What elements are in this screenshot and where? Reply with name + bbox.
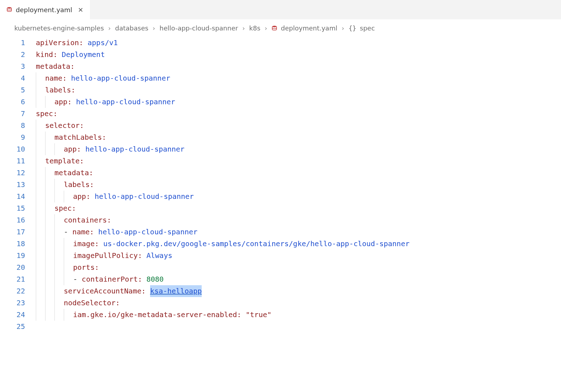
line-number: 16 [11, 214, 25, 226]
code-line: spec: [36, 108, 561, 120]
svg-point-1 [272, 25, 277, 27]
breadcrumb-item[interactable]: spec [360, 24, 375, 32]
chevron-right-icon: › [262, 24, 270, 32]
code-content[interactable]: apiVersion: apps/v1 kind: Deployment met… [36, 37, 561, 333]
breadcrumb-item[interactable]: k8s [249, 24, 260, 32]
code-line: matchLabels: [36, 132, 561, 143]
code-line: image: us-docker.pkg.dev/google-samples/… [36, 238, 561, 250]
tab-bar: deployment.yaml ✕ [0, 0, 561, 19]
close-icon[interactable]: ✕ [76, 6, 83, 14]
yaml-file-icon [6, 7, 12, 13]
svg-point-0 [7, 7, 11, 9]
code-line: nodeSelector: [36, 297, 561, 309]
code-line: app: hello-app-cloud-spanner [36, 96, 561, 108]
line-number: 4 [11, 72, 25, 84]
chevron-right-icon: › [339, 24, 347, 32]
yaml-file-icon [272, 25, 277, 31]
line-number: 8 [11, 120, 25, 132]
line-number: 13 [11, 179, 25, 191]
line-number: 18 [11, 238, 25, 250]
highlighted-value: ksa-helloapp [150, 285, 202, 297]
line-number: 23 [11, 297, 25, 309]
chevron-right-icon: › [150, 24, 158, 32]
chevron-right-icon: › [105, 24, 114, 32]
code-line: labels: [36, 84, 561, 96]
chevron-right-icon: › [239, 24, 248, 32]
line-number: 11 [11, 155, 25, 167]
line-number: 3 [11, 61, 25, 72]
code-line: containers: [36, 214, 561, 226]
code-line [36, 321, 561, 333]
line-number-gutter: 1 2 3 4 5 6 7 8 9 10 11 12 13 14 15 16 1… [0, 37, 36, 333]
code-line: - name: hello-app-cloud-spanner [36, 226, 561, 238]
line-number: 25 [11, 321, 25, 333]
brackets-icon: {} [349, 24, 356, 32]
breadcrumb-item[interactable]: databases [115, 24, 148, 32]
line-number: 1 [11, 37, 25, 49]
code-line: app: hello-app-cloud-spanner [36, 143, 561, 155]
breadcrumb-item[interactable]: hello-app-cloud-spanner [159, 24, 238, 32]
code-line: apiVersion: apps/v1 [36, 37, 561, 49]
code-line: iam.gke.io/gke-metadata-server-enabled: … [36, 309, 561, 321]
line-number: 7 [11, 108, 25, 120]
line-number: 2 [11, 49, 25, 61]
line-number: 10 [11, 143, 25, 155]
line-number: 21 [11, 273, 25, 285]
line-number: 19 [11, 250, 25, 262]
code-line: name: hello-app-cloud-spanner [36, 72, 561, 84]
line-number: 5 [11, 84, 25, 96]
breadcrumb: kubernetes-engine-samples › databases › … [0, 19, 561, 37]
code-line: metadata: [36, 61, 561, 72]
line-number: 15 [11, 202, 25, 214]
line-number: 24 [11, 309, 25, 321]
line-number: 17 [11, 226, 25, 238]
line-number: 9 [11, 132, 25, 143]
code-editor[interactable]: 1 2 3 4 5 6 7 8 9 10 11 12 13 14 15 16 1… [0, 37, 561, 333]
code-line: metadata: [36, 167, 561, 179]
breadcrumb-item[interactable]: kubernetes-engine-samples [14, 24, 104, 32]
line-number: 20 [11, 262, 25, 273]
code-line: spec: [36, 202, 561, 214]
code-line: kind: Deployment [36, 49, 561, 61]
code-line: selector: [36, 120, 561, 132]
line-number: 12 [11, 167, 25, 179]
line-number: 22 [11, 285, 25, 297]
tab-title: deployment.yaml [16, 6, 72, 14]
breadcrumb-item[interactable]: deployment.yaml [281, 24, 337, 32]
line-number: 14 [11, 191, 25, 202]
code-line: - containerPort: 8080 [36, 273, 561, 285]
code-line: serviceAccountName: ksa-helloapp [36, 285, 561, 297]
code-line: labels: [36, 179, 561, 191]
code-line: ports: [36, 262, 561, 273]
tab-deployment-yaml[interactable]: deployment.yaml ✕ [0, 0, 90, 19]
code-line: template: [36, 155, 561, 167]
line-number: 6 [11, 96, 25, 108]
code-line: imagePullPolicy: Always [36, 250, 561, 262]
code-line: app: hello-app-cloud-spanner [36, 191, 561, 202]
